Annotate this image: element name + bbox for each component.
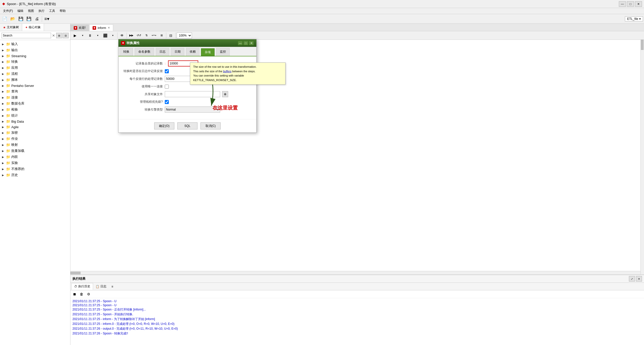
dialog-footer: 确定(O) SQL 取消(C) bbox=[118, 119, 256, 132]
rowset-label: 记录集合里的记录数 bbox=[123, 61, 163, 66]
dialog-titlebar-left: ❖ 转换属性 bbox=[121, 41, 140, 45]
manage-threads-checkbox[interactable] bbox=[165, 100, 169, 104]
dialog-tab-date[interactable]: 日期 bbox=[171, 48, 184, 56]
feedback-checkbox[interactable] bbox=[165, 69, 169, 73]
shared-obj-row: 共享对象文件 ⊕ bbox=[123, 91, 252, 97]
rowset-colon: : bbox=[165, 62, 166, 65]
manage-threads-row: 管理线程优先级? bbox=[123, 100, 252, 104]
unique-conn-row: 使用唯一一连接 bbox=[123, 84, 252, 89]
manage-threads-label: 管理线程优先级? bbox=[123, 100, 163, 104]
sql-button[interactable]: SQL bbox=[177, 122, 197, 129]
transform-properties-dialog: ❖ 转换属性 — □ ✕ 转换 命名参数 日志 日期 依赖 杂项 监控 记录集合… bbox=[118, 39, 257, 133]
dialog-minimize[interactable]: — bbox=[238, 41, 243, 45]
engine-type-row: 转换引擎类型 Normal Single Threaded bbox=[123, 107, 252, 113]
dialog-tab-depends[interactable]: 依赖 bbox=[186, 48, 199, 56]
tooltip-line1: The size of the row set to use in this t… bbox=[193, 65, 282, 69]
dialog-tab-misc[interactable]: 杂项 bbox=[201, 48, 215, 56]
dialog-tab-monitor[interactable]: 监控 bbox=[216, 48, 230, 56]
tooltip-line3: You can override this setting with varia… bbox=[193, 74, 282, 82]
dialog-controls: — □ ✕ bbox=[238, 41, 254, 45]
ok-button[interactable]: 确定(O) bbox=[154, 122, 174, 129]
engine-type-label: 转换引擎类型 bbox=[123, 108, 163, 112]
feedback-interval-label: 每个反馈行的处理记录数 bbox=[123, 77, 163, 81]
tooltip-buffers-link: buffers bbox=[223, 70, 231, 73]
feedback-label: 转换时是否在日志中记录反馈 bbox=[123, 69, 163, 73]
dialog-tab-params[interactable]: 命名参数 bbox=[135, 48, 154, 56]
dialog-maximize[interactable]: □ bbox=[243, 41, 248, 45]
dialog-tab-log[interactable]: 日志 bbox=[156, 48, 169, 56]
unique-conn-label: 使用唯一一连接 bbox=[123, 84, 163, 89]
shared-obj-browse[interactable]: ⊕ bbox=[222, 91, 228, 97]
shared-obj-input[interactable] bbox=[165, 91, 220, 97]
unique-conn-checkbox[interactable] bbox=[165, 85, 169, 89]
tooltip-line2: This sets the size of the buffers betwee… bbox=[193, 69, 282, 74]
dialog-tab-transform[interactable]: 转换 bbox=[119, 48, 133, 56]
dialog-title: 转换属性 bbox=[127, 41, 140, 45]
modal-overlay: ❖ 转换属性 — □ ✕ 转换 命名参数 日志 日期 依赖 杂项 监控 记录集合… bbox=[0, 0, 644, 345]
shared-obj-label: 共享对象文件 bbox=[123, 92, 163, 96]
dialog-tabs: 转换 命名参数 日志 日期 依赖 杂项 监控 bbox=[118, 47, 256, 56]
dialog-close[interactable]: ✕ bbox=[249, 41, 254, 45]
dialog-spoon-icon: ❖ bbox=[121, 41, 125, 45]
dialog-titlebar: ❖ 转换属性 — □ ✕ bbox=[118, 39, 256, 47]
engine-type-select[interactable]: Normal Single Threaded bbox=[165, 107, 220, 113]
tooltip-box: The size of the row set to use in this t… bbox=[190, 62, 286, 85]
cancel-button[interactable]: 取消(C) bbox=[200, 122, 221, 129]
